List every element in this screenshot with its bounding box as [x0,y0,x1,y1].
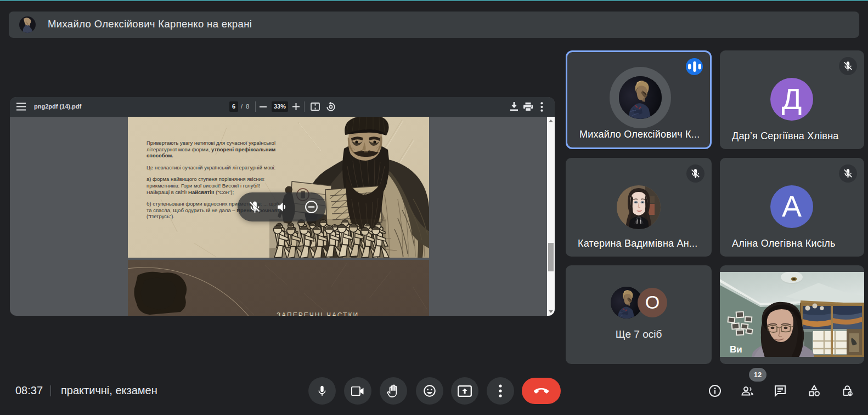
svg-text:Ви: Ви [730,344,742,355]
svg-text:ЗАПЕРЕЧНІ ЧАСТКИ: ЗАПЕРЕЧНІ ЧАСТКИ [277,311,359,316]
